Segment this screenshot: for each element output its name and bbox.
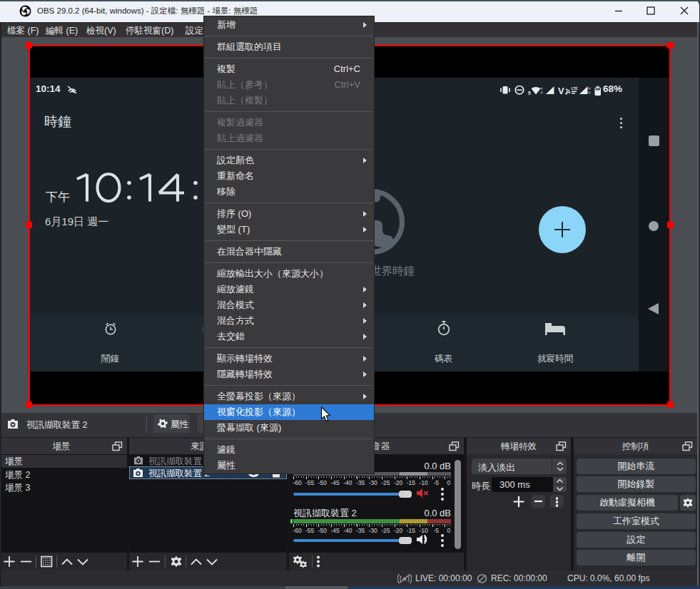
- svg-text:V: V: [558, 86, 564, 96]
- svg-text:LTE: LTE: [572, 86, 579, 91]
- svg-text:5: 5: [528, 91, 531, 96]
